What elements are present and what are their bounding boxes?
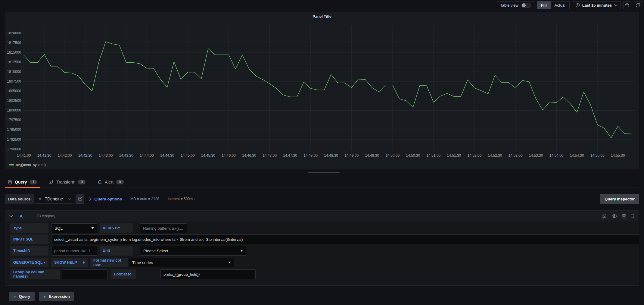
timeshift-label: Timeshift — [10, 246, 48, 256]
drag-handle-icon[interactable] — [631, 214, 635, 219]
alias-by-input[interactable] — [140, 223, 187, 233]
panel-edit-toolbar: Table view Fill Actual Last 15 minutes — [0, 0, 644, 10]
tab-transform[interactable]: Transform 0 — [46, 177, 88, 187]
datasource-picker[interactable]: TDengine — [35, 194, 74, 204]
format-to-input[interactable] — [160, 269, 256, 279]
svg-text:14:44:00: 14:44:00 — [140, 153, 154, 158]
trash-icon[interactable] — [622, 214, 626, 219]
svg-text:14:49:30: 14:49:30 — [365, 153, 379, 158]
query-ref-id: A — [20, 214, 23, 219]
fill-button[interactable]: Fill — [537, 2, 551, 9]
svg-text:14:48:30: 14:48:30 — [324, 153, 338, 158]
timeseries-chart[interactable]: 1790000179250017950001797500180000018025… — [5, 21, 639, 162]
format-select[interactable]: Time series — [129, 258, 234, 267]
help-icon — [78, 197, 82, 201]
svg-text:14:46:00: 14:46:00 — [222, 153, 236, 158]
query-options-link[interactable]: Query options — [94, 197, 122, 201]
query-options-md: MD = auto = 2128 — [130, 197, 159, 201]
svg-text:1810000: 1810000 — [7, 70, 21, 74]
type-label: Type — [10, 223, 48, 233]
add-query-label: Query — [19, 294, 30, 299]
unit-select-value: Please Select — [143, 249, 168, 253]
actual-button[interactable]: Actual — [551, 2, 569, 9]
tab-alert[interactable]: Alert 0 — [95, 177, 126, 187]
svg-text:1797500: 1797500 — [7, 118, 21, 122]
chevron-down-icon — [68, 198, 71, 200]
tab-alert-count: 0 — [116, 180, 124, 184]
chevron-right-icon[interactable] — [89, 197, 91, 201]
timeshift-input[interactable] — [51, 246, 97, 256]
query-editor-card: A (TDengine) Type SQL ALIAS BY INPUT SQL… — [5, 210, 639, 286]
fill-actual-group: Fill Actual — [537, 1, 570, 9]
svg-text:14:46:30: 14:46:30 — [242, 153, 256, 158]
svg-text:1820000: 1820000 — [7, 31, 21, 35]
eye-icon[interactable] — [611, 214, 617, 218]
tdengine-logo-icon — [38, 197, 42, 201]
refresh-button[interactable] — [634, 1, 642, 9]
type-select[interactable]: SQL — [51, 223, 97, 233]
svg-text:14:54:00: 14:54:00 — [549, 153, 564, 158]
legend-swatch — [9, 164, 14, 165]
panel-resize-handle[interactable] — [308, 172, 340, 173]
legend-series-label: avg(mem_system) — [16, 163, 46, 167]
query-history-icon[interactable] — [602, 214, 607, 219]
datasource-name: TDengine — [45, 197, 63, 201]
chart-legend[interactable]: avg(mem_system) — [9, 163, 46, 167]
query-row-header[interactable]: A (TDengine) — [5, 211, 639, 222]
query-datasource-hint: (TDengine) — [36, 214, 55, 218]
tab-transform-label: Transform — [56, 180, 75, 184]
group-by-input[interactable] — [62, 269, 108, 279]
arrow-right-icon — [83, 261, 85, 264]
table-view-label: Table view — [500, 3, 518, 8]
chevron-down-icon — [614, 4, 618, 6]
select-caret-icon — [228, 262, 231, 263]
svg-text:14:50:00: 14:50:00 — [385, 153, 400, 158]
svg-text:14:51:00: 14:51:00 — [427, 153, 441, 158]
svg-text:14:53:30: 14:53:30 — [529, 153, 543, 158]
svg-text:14:47:30: 14:47:30 — [283, 153, 297, 158]
collapse-chevron-icon[interactable] — [9, 215, 13, 217]
add-expression-button[interactable]: + Expression — [39, 292, 74, 301]
time-range-picker[interactable]: Last 15 minutes — [572, 1, 621, 9]
svg-text:14:54:30: 14:54:30 — [570, 153, 584, 158]
add-expression-label: Expression — [49, 294, 70, 299]
input-sql-label: INPUT SQL — [10, 234, 48, 244]
alias-by-label: ALIAS BY — [100, 223, 133, 233]
table-view-toggle[interactable] — [521, 3, 531, 8]
tab-query[interactable]: Query 1 — [5, 177, 40, 187]
svg-text:14:49:00: 14:49:00 — [344, 153, 359, 158]
svg-text:14:41:00: 14:41:00 — [17, 153, 31, 158]
svg-text:14:43:30: 14:43:30 — [119, 153, 133, 158]
type-select-value: SQL — [54, 226, 63, 231]
datasource-label: Data source — [5, 194, 34, 204]
svg-text:1792500: 1792500 — [7, 137, 21, 142]
show-help-button[interactable]: SHOW HELP — [51, 258, 88, 267]
group-by-label: Group by column name(s) — [10, 269, 60, 279]
input-sql-input[interactable] — [51, 234, 639, 244]
plus-icon: + — [43, 294, 46, 299]
arrow-right-icon — [44, 261, 45, 264]
svg-text:14:42:00: 14:42:00 — [58, 153, 72, 158]
tab-transform-count: 0 — [78, 180, 86, 184]
svg-text:14:52:30: 14:52:30 — [488, 153, 502, 158]
panel-title: Panel Title — [5, 12, 639, 21]
editor-tabs: Query 1 Transform 0 Alert 0 — [5, 177, 639, 188]
time-range-label: Last 15 minutes — [582, 3, 612, 8]
svg-text:14:52:00: 14:52:00 — [468, 153, 482, 158]
plus-icon: + — [14, 294, 16, 299]
query-options-interval: Interval = 500ms — [168, 197, 194, 201]
svg-text:14:44:30: 14:44:30 — [160, 153, 174, 158]
generate-sql-button[interactable]: GENERATE SQL — [10, 258, 48, 267]
zoom-out-button[interactable] — [623, 1, 631, 9]
datasource-bar: Data source TDengine Query options MD = … — [5, 194, 639, 204]
query-inspector-button[interactable]: Query inspector — [600, 194, 639, 204]
format-select-value: Time series — [132, 260, 153, 265]
unit-label: Unit — [100, 246, 133, 256]
svg-text:14:53:00: 14:53:00 — [509, 153, 523, 158]
datasource-help-button[interactable] — [76, 194, 84, 204]
timeseries-panel: Panel Title 1790000179250017950001797500… — [5, 12, 639, 169]
unit-select[interactable]: Please Select — [140, 246, 246, 256]
clock-icon — [575, 3, 580, 8]
add-query-button[interactable]: + Query — [9, 292, 35, 301]
svg-text:1815000: 1815000 — [7, 50, 21, 55]
